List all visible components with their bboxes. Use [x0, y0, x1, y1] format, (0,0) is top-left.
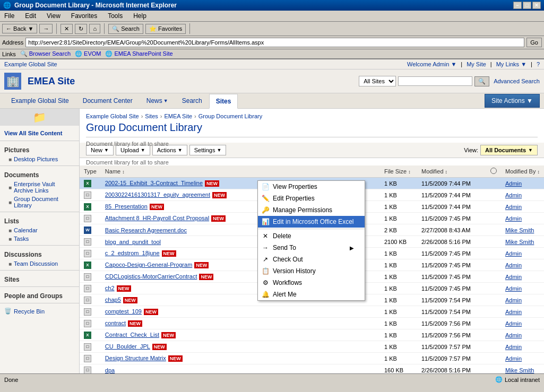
- file-link[interactable]: c_2_edstrom_18june: [105, 250, 160, 256]
- sidebar-item-tasks[interactable]: ■ Tasks: [0, 234, 79, 243]
- forward-button[interactable]: →: [39, 24, 53, 33]
- menu-tools[interactable]: Tools: [106, 12, 125, 20]
- user-link[interactable]: Mike Smith: [505, 239, 534, 245]
- site-actions-button[interactable]: Site Actions ▼: [485, 94, 540, 108]
- user-link[interactable]: Admin: [505, 297, 522, 303]
- file-link[interactable]: contract: [105, 320, 126, 326]
- file-link[interactable]: Design Structure Matrix: [105, 355, 166, 361]
- breadcrumb-global-site[interactable]: Example Global Site: [86, 113, 139, 119]
- file-link[interactable]: blog_and_pundit_tool: [105, 239, 161, 245]
- sidebar-item-desktop-pictures[interactable]: ■ Desktop Pictures: [0, 155, 79, 163]
- context-menu-item[interactable]: ↗Check Out: [258, 254, 365, 265]
- cell-name[interactable]: comptest_109NEW: [101, 306, 380, 318]
- search-button[interactable]: 🔍: [474, 76, 489, 86]
- file-link[interactable]: 2002-15_Exhibit_3-Contract_Timeline: [105, 180, 203, 186]
- col-modified[interactable]: Modified ↕: [417, 165, 486, 178]
- search-scope-select[interactable]: All Sites: [359, 76, 396, 86]
- file-link[interactable]: Capoco-Design-General-Program: [105, 262, 192, 268]
- context-menu-item[interactable]: →Send To▶: [258, 242, 365, 254]
- links-evom[interactable]: 🌐 EVOM: [75, 50, 101, 57]
- sidebar-item-team-discussion[interactable]: ■ Team Discussion: [0, 259, 79, 268]
- recycle-bin-link[interactable]: 🗑️ Recycle Bin: [0, 306, 79, 317]
- context-menu-item[interactable]: 📊Edit in Microsoft Office Excel: [258, 216, 365, 228]
- user-link[interactable]: Admin: [505, 309, 522, 315]
- address-input[interactable]: [25, 38, 524, 47]
- view-select[interactable]: All Documents ▼: [480, 145, 538, 155]
- minimize-button[interactable]: −: [513, 2, 522, 9]
- back-button[interactable]: ← Back ▼: [2, 24, 37, 33]
- stop-button[interactable]: ✕: [61, 24, 73, 34]
- breadcrumb-sites[interactable]: Sites: [145, 113, 158, 119]
- context-menu-item[interactable]: 📄View Properties: [258, 181, 365, 193]
- go-button[interactable]: Go: [526, 38, 542, 47]
- user-link[interactable]: Admin: [505, 344, 522, 350]
- user-link[interactable]: Admin: [505, 274, 522, 280]
- nav-news[interactable]: News ▼: [140, 93, 175, 108]
- menu-file[interactable]: File: [2, 12, 16, 20]
- context-menu-item[interactable]: ✏️Edit Properties: [258, 193, 365, 204]
- menu-edit[interactable]: Edit: [23, 12, 38, 20]
- view-all-site-content[interactable]: View All Site Content: [0, 128, 79, 138]
- user-link[interactable]: Admin: [505, 204, 522, 210]
- nav-example-global-site[interactable]: Example Global Site: [4, 93, 76, 108]
- my-site-link[interactable]: My Site: [467, 61, 486, 67]
- search-button[interactable]: 🔍 Search: [108, 24, 143, 34]
- nav-sites[interactable]: Sites: [209, 94, 238, 109]
- sidebar-item-group-document-library[interactable]: ■ Group Document Library: [0, 195, 79, 210]
- cell-name[interactable]: contractNEW: [101, 318, 380, 329]
- menu-view[interactable]: View: [45, 12, 63, 20]
- links-browser-search[interactable]: 🔍 Browser Search: [20, 50, 71, 57]
- close-button[interactable]: ✕: [532, 2, 541, 9]
- file-link[interactable]: CDCLogistics-MotorCarrierContract: [105, 273, 197, 280]
- context-menu-item[interactable]: ✕Delete: [258, 230, 365, 242]
- user-link[interactable]: Admin: [505, 250, 522, 257]
- context-menu-item[interactable]: 🔔Alert Me: [258, 289, 365, 300]
- links-emea-sharepoint[interactable]: 🌐 EMEA SharePoint Site: [105, 50, 172, 57]
- col-filesize[interactable]: File Size ↕: [380, 165, 417, 178]
- cell-name[interactable]: dpa: [101, 364, 380, 374]
- user-link[interactable]: Mike Smith: [505, 227, 534, 233]
- file-link[interactable]: ch2: [105, 285, 115, 291]
- user-link[interactable]: Admin: [505, 320, 522, 327]
- user-link[interactable]: Admin: [505, 192, 522, 198]
- settings-button[interactable]: Settings ▼: [189, 145, 227, 155]
- file-link[interactable]: comptest_109: [105, 308, 142, 315]
- menu-favorites[interactable]: Favorites: [69, 12, 99, 20]
- menu-help[interactable]: Help: [131, 12, 149, 20]
- cell-name[interactable]: Contract_Check_ListNEW: [101, 329, 380, 341]
- welcome-menu[interactable]: Welcome Admin ▼: [407, 61, 456, 67]
- sidebar-item-calendar[interactable]: ■ Calendar: [0, 226, 79, 234]
- nav-search[interactable]: Search: [175, 93, 209, 108]
- user-link[interactable]: Admin: [505, 215, 522, 222]
- sidebar-item-enterprise-vault[interactable]: ■ Enterprise Vault Archive Links: [0, 180, 79, 195]
- context-menu-item[interactable]: 📋Version History: [258, 265, 365, 277]
- help-link[interactable]: ?: [537, 61, 540, 67]
- user-link[interactable]: Admin: [505, 262, 522, 268]
- home-button[interactable]: ⌂: [89, 24, 100, 33]
- global-site-link[interactable]: Example Global Site: [4, 61, 57, 67]
- file-link[interactable]: CU_Boulder_JPL: [105, 343, 150, 350]
- user-link[interactable]: Mike Smith: [505, 367, 534, 373]
- user-link[interactable]: Admin: [505, 285, 522, 292]
- breadcrumb-group-doc-library[interactable]: Group Document Library: [198, 113, 262, 119]
- breadcrumb-emea-site[interactable]: EMEA Site: [164, 113, 192, 119]
- col-modified-by[interactable]: Modified By ↕: [501, 165, 544, 178]
- file-link[interactable]: 85_Presentation: [105, 203, 148, 210]
- file-link[interactable]: chap5: [105, 297, 121, 303]
- file-link[interactable]: dpa: [105, 367, 115, 373]
- advanced-search-link[interactable]: Advanced Search: [494, 78, 540, 84]
- nav-document-center[interactable]: Document Center: [76, 93, 140, 108]
- file-link[interactable]: Basic Research Agreement.doc: [105, 227, 187, 233]
- file-link[interactable]: Contract_Check_List: [105, 332, 159, 338]
- maximize-button[interactable]: □: [523, 2, 531, 9]
- cell-name[interactable]: Design Structure MatrixNEW: [101, 353, 380, 364]
- my-links-menu[interactable]: My Links ▼: [496, 61, 526, 67]
- search-input[interactable]: [398, 76, 472, 86]
- context-menu-item[interactable]: 🔑Manage Permissions: [258, 204, 365, 216]
- file-link[interactable]: Attachment 8_HR-Payroll Cost Proposal: [105, 215, 209, 221]
- col-name[interactable]: Name ↕: [101, 165, 380, 178]
- user-link[interactable]: Admin: [505, 355, 522, 362]
- favorites-button[interactable]: ⭐ Favorites: [145, 24, 186, 34]
- context-menu-item[interactable]: ⚙Workflows: [258, 277, 365, 289]
- cell-name[interactable]: CU_Boulder_JPLNEW: [101, 341, 380, 353]
